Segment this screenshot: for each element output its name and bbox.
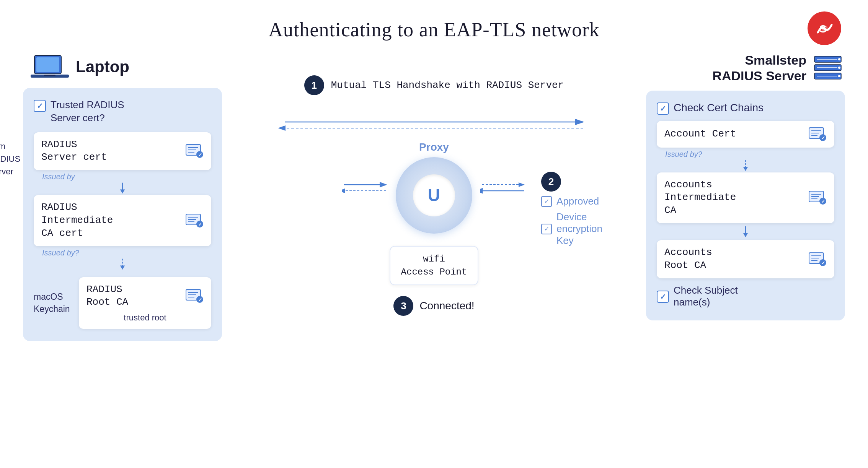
check-cert-chains-check: ✓: [657, 102, 669, 115]
svg-text:✓: ✓: [198, 297, 202, 302]
trusted-radius-text: Trusted RADIUS Server cert?: [51, 99, 124, 125]
cert-icon-6: ✓: [808, 252, 827, 266]
radius-root-ca-box: RADIUS Root CA ✓ trusted root: [79, 277, 211, 329]
from-radius-label: from RADIUS Server: [0, 140, 20, 178]
step2-device-key: Device encryption Key: [556, 211, 602, 247]
radius-server-cert-box: RADIUS Server cert ✓: [34, 132, 211, 171]
check-cert-chains-text: Check Cert Chains: [674, 102, 764, 114]
trusted-check: ✓: [34, 100, 46, 112]
step2-device-key-check: ✓: [541, 224, 552, 234]
accounts-root-ca-text: Accounts Root CA: [664, 246, 712, 272]
step1-text: Mutual TLS Handshake with RADIUS Server: [331, 80, 564, 91]
radius-root-ca-text: RADIUS Root CA: [86, 283, 128, 309]
proxy-circle: U: [396, 157, 472, 234]
step2-badge: 2: [541, 172, 561, 192]
macos-keychain-row: macOS Keychain RADIUS Root CA ✓: [34, 277, 211, 329]
accounts-intermediate-text: Accounts Intermediate CA: [664, 179, 736, 217]
check-subject-text: Check Subject name(s): [674, 284, 738, 308]
step1-row: 1 Mutual TLS Handshake with RADIUS Serve…: [304, 75, 564, 95]
svg-marker-13: [120, 190, 125, 194]
svg-marker-21: [120, 265, 125, 270]
cert-icon-1: ✓: [185, 144, 204, 158]
left-panel: Laptop ✓ Trusted RADIUS Server cert? fro…: [23, 52, 222, 341]
smallstep-label: Smallstep RADIUS Server: [712, 52, 806, 84]
cert-icon-4: ✓: [808, 127, 827, 141]
svg-text:✓: ✓: [198, 152, 202, 158]
smallstep-logo: S: [808, 11, 841, 45]
center-area: 1 Mutual TLS Handshake with RADIUS Serve…: [222, 52, 646, 316]
step2-approved-check: ✓: [541, 196, 552, 207]
step1-badge: 1: [304, 75, 324, 95]
account-cert-box: Account Cert ✓: [657, 121, 834, 148]
svg-text:✓: ✓: [198, 222, 202, 227]
wifi-label: wifi Access Point: [401, 254, 467, 277]
right-box: ✓ Check Cert Chains Account Cert ✓ Issue: [646, 91, 845, 320]
server-icon: [813, 54, 845, 82]
issued-by-2: Issued by?: [38, 249, 79, 257]
issued-by-1: Issued by: [38, 172, 75, 181]
svg-marker-56: [743, 167, 748, 171]
macos-keychain-label: macOS Keychain: [34, 291, 72, 315]
check-subject-check: ✓: [657, 291, 669, 303]
step2-area: 2 ✓ Approved ✓ Device encryption Key: [541, 172, 602, 247]
svg-rect-5: [44, 75, 55, 76]
svg-text:✓: ✓: [821, 260, 825, 266]
step3-row: 3 Connected!: [393, 296, 474, 316]
svg-rect-3: [36, 57, 59, 72]
wifi-access-point: wifi Access Point: [390, 246, 479, 285]
svg-point-45: [838, 67, 840, 69]
cert-icon-3: ✓: [185, 289, 204, 303]
svg-text:✓: ✓: [821, 199, 825, 204]
svg-point-48: [838, 75, 840, 77]
svg-marker-64: [743, 233, 748, 237]
left-box: ✓ Trusted RADIUS Server cert? from RADIU…: [23, 88, 222, 341]
laptop-label: Laptop: [76, 58, 129, 76]
radius-intermediate-cert-box: RADIUS Intermediate CA cert ✓: [34, 195, 211, 246]
svg-point-42: [838, 58, 840, 60]
page-title: Authenticating to an EAP-TLS network: [0, 0, 868, 41]
trusted-root-label: trusted root: [86, 313, 204, 323]
accounts-intermediate-ca-box: Accounts Intermediate CA ✓: [657, 172, 834, 223]
account-cert-text: Account Cert: [664, 128, 736, 141]
radius-server-cert-text: RADIUS Server cert: [41, 138, 107, 164]
svg-text:S: S: [819, 23, 827, 35]
right-issued-by: Issued by?: [661, 150, 702, 159]
proxy-label: Proxy: [419, 141, 449, 153]
check-subject-row: ✓ Check Subject name(s): [657, 284, 834, 308]
radius-intermediate-text: RADIUS Intermediate CA cert: [41, 201, 113, 240]
step3-badge: 3: [393, 296, 413, 316]
right-panel: Smallstep RADIUS Server ✓ Check Cert: [646, 52, 845, 320]
cert-icon-2: ✓: [185, 213, 204, 228]
accounts-root-ca-box: Accounts Root CA ✓: [657, 240, 834, 278]
laptop-icon: [31, 52, 69, 81]
cert-icon-5: ✓: [808, 190, 827, 205]
check-cert-chains-row: ✓ Check Cert Chains: [657, 101, 834, 115]
step2-approved: Approved: [556, 195, 599, 207]
right-header: Smallstep RADIUS Server: [646, 52, 845, 84]
svg-text:✓: ✓: [821, 135, 825, 141]
step3-text: Connected!: [419, 300, 474, 312]
